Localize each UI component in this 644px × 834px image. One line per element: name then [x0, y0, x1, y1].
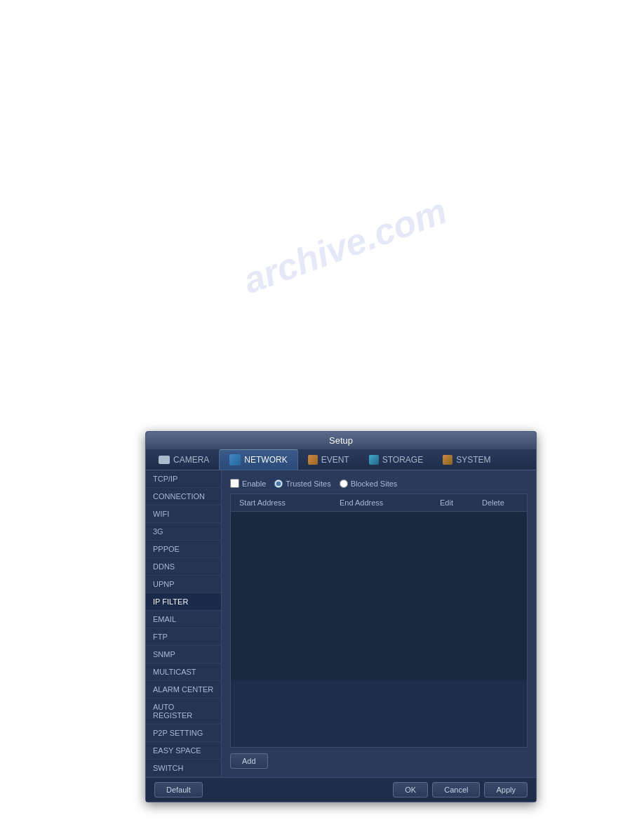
sidebar-item-connection[interactable]: CONNECTION [146, 488, 221, 505]
tab-system-label: SYSTEM [456, 455, 490, 465]
setup-dialog: Setup CAMERA NETWORK EVENT STORAGE SYSTE… [145, 431, 537, 802]
sidebar-item-email[interactable]: EMAIL [146, 611, 221, 628]
tab-network-label: NETWORK [244, 455, 287, 465]
add-row: Add [230, 753, 528, 769]
filter-options: Enable Trusted Sites Blocked Sites [230, 479, 528, 488]
ok-button[interactable]: OK [393, 782, 428, 797]
sidebar-item-pppoe[interactable]: PPPOE [146, 541, 221, 558]
sidebar-item-autoregister[interactable]: AUTO REGISTER [146, 699, 221, 724]
tab-bar: CAMERA NETWORK EVENT STORAGE SYSTEM [146, 449, 536, 470]
sidebar-item-3g[interactable]: 3G [146, 523, 221, 541]
blocked-sites-radio-label[interactable]: Blocked Sites [340, 479, 398, 488]
content-panel: Enable Trusted Sites Blocked Sites Start… [222, 470, 536, 777]
col-end-address: End Address [337, 497, 437, 508]
title-text: Setup [329, 435, 353, 446]
trusted-sites-label: Trusted Sites [286, 479, 330, 488]
apply-button[interactable]: Apply [484, 782, 528, 797]
storage-icon [369, 455, 379, 465]
tab-event-label: EVENT [321, 455, 349, 465]
sidebar-item-snmp[interactable]: SNMP [146, 646, 221, 663]
col-edit: Edit [437, 497, 479, 508]
dialog-title: Setup [146, 432, 536, 449]
tab-storage-label: STORAGE [382, 455, 423, 465]
tab-network[interactable]: NETWORK [219, 449, 297, 470]
tab-camera-label: CAMERA [173, 455, 209, 465]
default-button-group: Default [154, 782, 203, 797]
enable-label: Enable [242, 479, 266, 488]
event-icon [308, 455, 318, 465]
sidebar-item-ipfilter[interactable]: IP FILTER [146, 593, 221, 611]
sidebar-item-wifi[interactable]: WIFI [146, 505, 221, 523]
tab-system[interactable]: SYSTEM [433, 451, 500, 469]
cancel-button[interactable]: Cancel [432, 782, 480, 797]
trusted-sites-radio-label[interactable]: Trusted Sites [274, 479, 330, 488]
default-button[interactable]: Default [154, 782, 203, 797]
col-delete: Delete [479, 497, 521, 508]
camera-icon [159, 456, 170, 464]
tab-storage[interactable]: STORAGE [359, 451, 433, 469]
system-icon [443, 455, 452, 465]
col-start-address: Start Address [236, 497, 337, 508]
enable-checkbox-label[interactable]: Enable [230, 479, 266, 488]
sidebar-item-ddns[interactable]: DDNS [146, 558, 221, 576]
sidebar-item-ftp[interactable]: FTP [146, 628, 221, 646]
network-icon [229, 454, 241, 465]
action-button-group: OK Cancel Apply [393, 782, 528, 797]
sidebar-item-upnp[interactable]: UPNP [146, 576, 221, 593]
blocked-sites-radio[interactable] [340, 479, 348, 488]
sidebar-item-alarmcenter[interactable]: ALARM CENTER [146, 681, 221, 699]
trusted-sites-radio[interactable] [274, 479, 283, 488]
add-button[interactable]: Add [230, 753, 268, 769]
sidebar-item-easyspace[interactable]: EASY SPACE [146, 742, 221, 760]
sidebar-item-switch[interactable]: SWITCH [146, 760, 221, 777]
sidebar: TCP/IP CONNECTION WIFI 3G PPPOE DDNS UPN… [146, 470, 222, 777]
sidebar-item-multicast[interactable]: MULTICAST [146, 663, 221, 681]
main-content: TCP/IP CONNECTION WIFI 3G PPPOE DDNS UPN… [146, 470, 536, 777]
tab-camera[interactable]: CAMERA [149, 451, 219, 469]
table-header: Start Address End Address Edit Delete [231, 494, 527, 512]
sidebar-item-tcpip[interactable]: TCP/IP [146, 470, 221, 488]
table-body [231, 512, 527, 680]
blocked-sites-label: Blocked Sites [351, 479, 398, 488]
tab-event[interactable]: EVENT [298, 451, 359, 469]
watermark: archive.com [238, 190, 452, 302]
address-table: Start Address End Address Edit Delete [230, 494, 528, 748]
enable-checkbox[interactable] [230, 479, 239, 488]
bottom-bar: Default OK Cancel Apply [146, 777, 536, 802]
sidebar-item-p2psetting[interactable]: P2P SETTING [146, 724, 221, 742]
